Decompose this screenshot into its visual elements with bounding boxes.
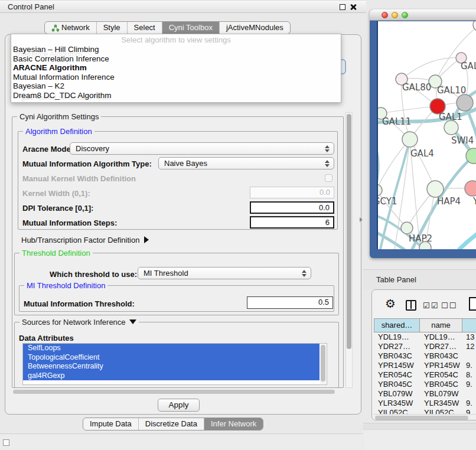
tab-discretize-data[interactable]: Discretize Data	[138, 418, 204, 430]
node-hap4[interactable]	[427, 181, 444, 197]
node-label: GAL1	[439, 112, 462, 122]
table-panel-header: Table Panel	[363, 269, 476, 289]
table-horizontal-scrollbar[interactable]	[374, 414, 476, 420]
right-bottom-strip	[363, 423, 476, 430]
table-panel-title: Table Panel	[376, 275, 416, 284]
table-row[interactable]: YLR345WYLR345W9.	[374, 399, 476, 408]
dpi-tolerance-label: DPI Tolerance [0,1]:	[22, 204, 93, 213]
window-close-button[interactable]	[382, 12, 388, 18]
node-hap2[interactable]	[401, 222, 413, 234]
node-gal4[interactable]	[402, 132, 418, 147]
dpi-tolerance-field[interactable]: 0.0	[250, 201, 334, 214]
float-panel-icon[interactable]	[340, 4, 345, 10]
node-label: GAL11	[382, 116, 411, 127]
tab-jactivemnodules[interactable]: jActiveMNodules	[219, 22, 290, 34]
apply-button[interactable]: Apply	[158, 399, 200, 412]
tab-infer-network[interactable]: Infer Network	[204, 418, 263, 430]
aracne-mode-combobox[interactable]: Discovery	[70, 142, 334, 155]
table-row[interactable]: YDL19…YDL19…13	[374, 332, 476, 342]
window-minimize-button[interactable]	[392, 12, 398, 18]
table-row[interactable]: YDR27…YDR27…12	[374, 342, 476, 351]
control-panel-tabbar: Network Style Select Cyni Toolbox jActiv…	[44, 21, 291, 34]
list-item[interactable]: TopologicalCoefficient	[23, 353, 319, 363]
mi-threshold-field[interactable]: 0.5	[247, 296, 333, 309]
panel-grip-icon[interactable]	[3, 439, 9, 446]
node-label: SWI4	[451, 135, 474, 146]
node-label: GAL10	[437, 85, 466, 96]
algorithm-list: Bayesian – Hill Climbing Basic Correlati…	[13, 45, 339, 100]
algorithm-item[interactable]: Mutual Information Inference	[13, 73, 339, 82]
node[interactable]	[457, 94, 473, 111]
right-bottom-area	[363, 430, 476, 450]
window-zoom-button[interactable]	[402, 12, 408, 18]
mi-threshold-title: MI Threshold Definition	[24, 281, 107, 290]
network-canvas[interactable]: GAL GAL80 GAL10 GAL1 GAL11 SWI4 GAL4 GCY…	[377, 21, 476, 249]
list-scrollbar[interactable]	[320, 344, 326, 384]
algorithm-dropdown-popup: Select algorithm to view settings Infere…	[11, 34, 341, 103]
table-body: YDL19…YDL19…13 YDR27…YDR27…12 YBR043CYBR…	[374, 332, 476, 414]
gear-icon[interactable]: ⚙	[385, 298, 396, 309]
settings-group-title: Cyni Algorithm Settings	[17, 112, 101, 121]
tab-style[interactable]: Style	[96, 22, 127, 34]
tab-cyni-toolbox[interactable]: Cyni Toolbox	[162, 22, 219, 34]
list-item[interactable]: SelfLoops	[23, 344, 319, 353]
node-y[interactable]	[465, 181, 476, 196]
which-threshold-combobox[interactable]: MI Threshold	[138, 267, 311, 279]
table-row[interactable]: YPR145WYPR145W9.	[374, 361, 476, 370]
node-label: HAP4	[437, 196, 461, 207]
table-row[interactable]: YBR045CYBR045C9.	[374, 380, 476, 389]
algorithm-definition-title: Algorithm Definition	[23, 127, 94, 136]
column-header-partial[interactable]: A	[462, 318, 476, 332]
tab-impute-data[interactable]: Impute Data	[83, 418, 138, 430]
combo-stepper-icon	[325, 159, 330, 168]
settings-vertical-scrollbar[interactable]	[345, 112, 353, 388]
table-row[interactable]: YBR043CYBR043C	[374, 351, 476, 361]
settings-horizontal-scrollbar[interactable]	[12, 389, 344, 395]
network-window-titlebar[interactable]	[370, 9, 476, 21]
algorithm-item-selected[interactable]: ARACNE Algorithm	[13, 63, 339, 73]
table-row[interactable]: YIL052CYIL052C9	[374, 408, 476, 414]
node-gcy1[interactable]	[378, 184, 382, 196]
data-attributes-list: SelfLoops TopologicalCoefficient Between…	[22, 343, 327, 385]
node-table: shared… name A YDL19…YDL19…13 YDR27…YDR2…	[374, 318, 476, 414]
network-icon	[51, 24, 59, 32]
mi-steps-label: Mutual Information Steps:	[22, 219, 117, 227]
hub-definition-toggle[interactable]: Hub/Transcription Factor Definition	[21, 236, 149, 244]
node-label: GCY1	[378, 196, 397, 207]
panel-splitter-handle[interactable]	[360, 217, 363, 222]
mi-steps-field[interactable]: 6	[250, 216, 334, 229]
algorithm-item[interactable]: Basic Correlation Inference	[13, 54, 339, 64]
list-item[interactable]: gal4RGexp	[23, 371, 319, 381]
mi-algorithm-type-combobox[interactable]: Naive Bayes	[158, 157, 334, 169]
kernel-width-field[interactable]: 0.0	[250, 187, 334, 198]
network-edge-bright	[459, 234, 476, 249]
select-all-checkboxes-icon[interactable]: ☑☑	[423, 301, 439, 310]
list-item[interactable]: BetweennessCentrality	[23, 362, 319, 371]
manual-kernel-checkbox[interactable]	[325, 174, 332, 182]
node-label: HAP2	[409, 233, 432, 244]
combo-stepper-icon	[302, 269, 307, 278]
tab-network[interactable]: Network	[45, 22, 96, 34]
column-header-shared-name[interactable]: shared…	[374, 318, 420, 332]
tab-select[interactable]: Select	[127, 22, 162, 34]
combo-stepper-icon	[325, 145, 330, 153]
algorithm-item[interactable]: Bayesian – Hill Climbing	[13, 45, 339, 54]
document-icon[interactable]	[469, 297, 476, 311]
algorithm-item[interactable]: Bayesian – K2	[13, 81, 339, 91]
algorithm-item[interactable]: Dream8 DC_TDC Algorithm	[13, 91, 339, 100]
node-label: GAL80	[402, 82, 431, 93]
manual-kernel-label: Manual Kernel Width Definition	[22, 174, 136, 183]
deselect-all-checkboxes-icon[interactable]: ☐☐	[441, 301, 457, 310]
kernel-width-label: Kernel Width (0,1):	[22, 189, 90, 198]
which-threshold-label: Which threshold to use:	[50, 270, 137, 279]
collapse-down-icon	[129, 319, 136, 324]
columns-icon[interactable]	[406, 300, 416, 311]
table-panel: ⚙ ☑☑ ☐☐ shared… name A YDL19…YDL19…13 YD…	[371, 289, 476, 420]
column-header-name[interactable]: name	[420, 318, 462, 332]
close-icon[interactable]	[350, 4, 357, 11]
table-row[interactable]: YBL079WYBL079W	[374, 389, 476, 399]
node-swi4[interactable]	[444, 120, 458, 135]
table-row[interactable]: YER054CYER054C8.	[374, 370, 476, 380]
control-panel-header: Control Panel	[0, 0, 366, 13]
sources-toggle[interactable]: Sources for Network Inference	[19, 318, 139, 327]
